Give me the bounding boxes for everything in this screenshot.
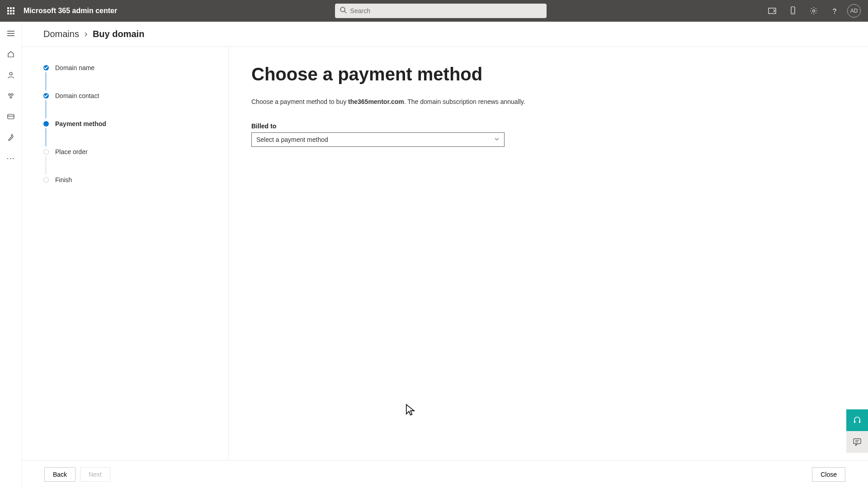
floating-actions [846,409,868,453]
breadcrumb-root[interactable]: Domains [43,29,79,39]
avatar[interactable]: AD [847,4,861,18]
chevron-down-icon [494,136,500,143]
shell-action-icon[interactable] [764,3,780,19]
main-row: Domain name Domain contact Payment metho… [22,47,868,460]
breadcrumb: Domains Buy domain [22,22,868,47]
app-launcher-button[interactable] [4,4,18,18]
svg-point-13 [10,96,12,98]
content-area: Domains Buy domain Domain name Domain co… [22,22,868,488]
feedback-icon [853,437,862,446]
step-label: Domain name [55,64,94,71]
svg-rect-18 [854,439,861,444]
svg-point-4 [793,13,793,14]
search-input[interactable] [350,7,542,14]
step-label: Place order [55,148,88,155]
page-description: Choose a payment method to buy the365men… [251,98,845,105]
step-finish: Finish [43,176,228,183]
users-icon[interactable] [4,68,18,82]
home-icon[interactable] [4,47,18,61]
footer-left: Back Next [44,467,110,482]
desc-prefix: Choose a payment method to buy [251,98,348,105]
help-headset-button[interactable] [846,409,868,431]
dropdown-value: Select a payment method [256,136,328,143]
svg-rect-14 [8,114,14,119]
groups-icon[interactable] [4,89,18,103]
svg-point-11 [9,94,10,95]
desc-domain: the365mentor.com [348,98,404,105]
wizard-footer: Back Next Close [22,460,868,488]
chevron-right-icon [84,31,88,38]
step-domain-contact[interactable]: Domain contact [43,92,228,99]
step-indicator-completed-icon [43,93,49,99]
setup-icon[interactable] [4,130,18,145]
breadcrumb-current: Buy domain [93,29,144,39]
page-body: ··· Domains Buy domain Domain name Domai… [0,22,868,488]
billing-icon[interactable] [4,109,18,124]
step-indicator-current-icon [43,121,49,127]
left-nav-rail: ··· [0,22,22,488]
svg-point-6 [834,13,835,14]
step-indicator-upcoming-icon [43,177,49,183]
waffle-icon [7,7,14,14]
step-label: Finish [55,176,72,183]
svg-line-1 [344,11,346,13]
payment-method-dropdown[interactable]: Select a payment method [251,132,505,147]
step-label: Payment method [55,120,106,127]
app-title: Microsoft 365 admin center [24,7,117,15]
feedback-button[interactable] [846,431,868,453]
wizard-stepper: Domain name Domain contact Payment metho… [22,47,229,460]
topbar: Microsoft 365 admin center AD [0,0,868,22]
next-button: Next [80,467,110,482]
footer-right: Close [812,467,845,482]
svg-point-12 [11,94,13,95]
close-button[interactable]: Close [812,467,845,482]
svg-point-0 [340,7,345,12]
help-icon[interactable] [826,3,843,19]
step-payment-method: Payment method [43,120,228,127]
svg-rect-17 [859,421,860,423]
svg-rect-16 [854,421,855,423]
page-title: Choose a payment method [251,64,845,84]
svg-point-5 [813,10,815,12]
nav-toggle-icon[interactable] [4,26,18,41]
step-domain-name[interactable]: Domain name [43,64,228,71]
back-button[interactable]: Back [44,467,75,482]
headset-icon [853,416,862,425]
device-icon[interactable] [785,3,801,19]
main-content: Choose a payment method Choose a payment… [229,47,868,460]
step-label: Domain contact [55,92,99,99]
step-place-order: Place order [43,148,228,155]
topbar-actions: AD [764,3,864,19]
search-container [117,4,764,18]
show-all-icon[interactable]: ··· [4,151,18,165]
step-indicator-completed-icon [43,65,49,70]
desc-suffix: . The domain subscription renews annuall… [404,98,525,105]
search-box[interactable] [335,4,547,18]
billed-to-label: Billed to [251,122,845,130]
step-indicator-upcoming-icon [43,149,49,155]
svg-point-10 [9,72,12,75]
settings-icon[interactable] [806,3,822,19]
search-icon [340,6,347,15]
